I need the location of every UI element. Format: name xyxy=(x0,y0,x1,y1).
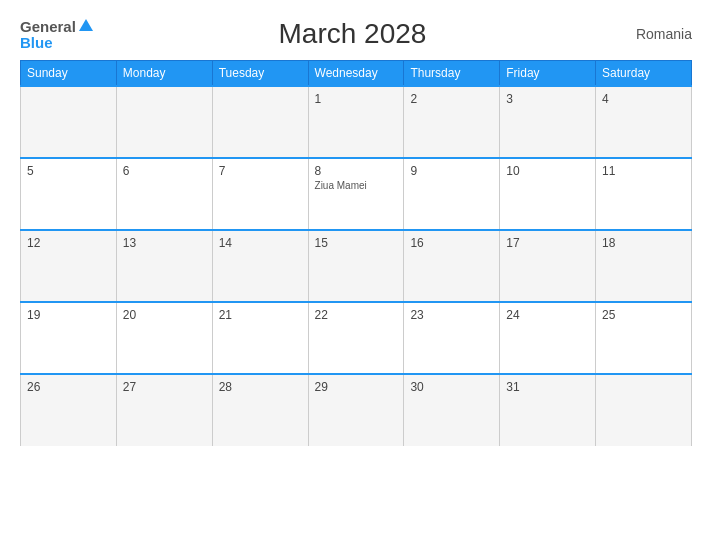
calendar-cell: 30 xyxy=(404,374,500,446)
day-number: 19 xyxy=(27,308,110,322)
calendar-week-row: 1234 xyxy=(21,86,692,158)
day-number: 9 xyxy=(410,164,493,178)
day-number: 26 xyxy=(27,380,110,394)
calendar-cell: 14 xyxy=(212,230,308,302)
logo-top: General xyxy=(20,19,93,35)
day-number: 20 xyxy=(123,308,206,322)
weekday-header: Friday xyxy=(500,61,596,87)
day-number: 18 xyxy=(602,236,685,250)
calendar-cell: 16 xyxy=(404,230,500,302)
logo-blue-text: Blue xyxy=(20,35,53,50)
calendar-cell: 7 xyxy=(212,158,308,230)
calendar-cell: 8Ziua Mamei xyxy=(308,158,404,230)
day-number: 16 xyxy=(410,236,493,250)
calendar-cell: 23 xyxy=(404,302,500,374)
calendar-cell: 27 xyxy=(116,374,212,446)
calendar-cell: 22 xyxy=(308,302,404,374)
weekday-header: Thursday xyxy=(404,61,500,87)
calendar-cell: 31 xyxy=(500,374,596,446)
day-number: 29 xyxy=(315,380,398,394)
day-number: 5 xyxy=(27,164,110,178)
day-number: 27 xyxy=(123,380,206,394)
day-number: 21 xyxy=(219,308,302,322)
calendar-cell: 25 xyxy=(596,302,692,374)
logo: General Blue xyxy=(20,19,93,50)
calendar-cell: 19 xyxy=(21,302,117,374)
day-number: 7 xyxy=(219,164,302,178)
calendar-cell: 29 xyxy=(308,374,404,446)
calendar-cell: 10 xyxy=(500,158,596,230)
calendar-week-row: 5678Ziua Mamei91011 xyxy=(21,158,692,230)
calendar-table: SundayMondayTuesdayWednesdayThursdayFrid… xyxy=(20,60,692,446)
weekday-header: Sunday xyxy=(21,61,117,87)
calendar-cell: 17 xyxy=(500,230,596,302)
calendar-cell: 26 xyxy=(21,374,117,446)
calendar-cell: 3 xyxy=(500,86,596,158)
day-number: 2 xyxy=(410,92,493,106)
logo-triangle-icon xyxy=(79,19,93,31)
calendar-cell: 12 xyxy=(21,230,117,302)
weekday-header: Tuesday xyxy=(212,61,308,87)
calendar-body: 12345678Ziua Mamei9101112131415161718192… xyxy=(21,86,692,446)
calendar-week-row: 19202122232425 xyxy=(21,302,692,374)
day-number: 24 xyxy=(506,308,589,322)
logo-general-text: General xyxy=(20,18,76,35)
calendar-week-row: 12131415161718 xyxy=(21,230,692,302)
calendar-cell: 11 xyxy=(596,158,692,230)
calendar-cell: 5 xyxy=(21,158,117,230)
calendar-cell: 6 xyxy=(116,158,212,230)
day-number: 12 xyxy=(27,236,110,250)
calendar-page: General Blue March 2028 Romania SundayMo… xyxy=(0,0,712,550)
calendar-title: March 2028 xyxy=(93,18,612,50)
country-label: Romania xyxy=(612,26,692,42)
day-number: 8 xyxy=(315,164,398,178)
calendar-cell: 15 xyxy=(308,230,404,302)
calendar-cell: 18 xyxy=(596,230,692,302)
calendar-cell: 13 xyxy=(116,230,212,302)
day-number: 28 xyxy=(219,380,302,394)
day-number: 30 xyxy=(410,380,493,394)
day-number: 10 xyxy=(506,164,589,178)
weekday-header: Monday xyxy=(116,61,212,87)
day-number: 6 xyxy=(123,164,206,178)
calendar-cell: 2 xyxy=(404,86,500,158)
header: General Blue March 2028 Romania xyxy=(20,18,692,50)
day-number: 17 xyxy=(506,236,589,250)
calendar-cell: 1 xyxy=(308,86,404,158)
weekday-header: Wednesday xyxy=(308,61,404,87)
day-event: Ziua Mamei xyxy=(315,180,398,191)
calendar-cell: 20 xyxy=(116,302,212,374)
calendar-header: SundayMondayTuesdayWednesdayThursdayFrid… xyxy=(21,61,692,87)
day-number: 15 xyxy=(315,236,398,250)
day-number: 14 xyxy=(219,236,302,250)
day-number: 25 xyxy=(602,308,685,322)
day-number: 3 xyxy=(506,92,589,106)
calendar-cell: 28 xyxy=(212,374,308,446)
calendar-cell: 24 xyxy=(500,302,596,374)
calendar-cell xyxy=(212,86,308,158)
weekday-row: SundayMondayTuesdayWednesdayThursdayFrid… xyxy=(21,61,692,87)
day-number: 31 xyxy=(506,380,589,394)
calendar-cell: 21 xyxy=(212,302,308,374)
calendar-week-row: 262728293031 xyxy=(21,374,692,446)
calendar-cell xyxy=(596,374,692,446)
calendar-cell: 4 xyxy=(596,86,692,158)
weekday-header: Saturday xyxy=(596,61,692,87)
day-number: 1 xyxy=(315,92,398,106)
calendar-cell xyxy=(21,86,117,158)
calendar-cell xyxy=(116,86,212,158)
day-number: 23 xyxy=(410,308,493,322)
day-number: 4 xyxy=(602,92,685,106)
day-number: 11 xyxy=(602,164,685,178)
day-number: 13 xyxy=(123,236,206,250)
day-number: 22 xyxy=(315,308,398,322)
calendar-cell: 9 xyxy=(404,158,500,230)
